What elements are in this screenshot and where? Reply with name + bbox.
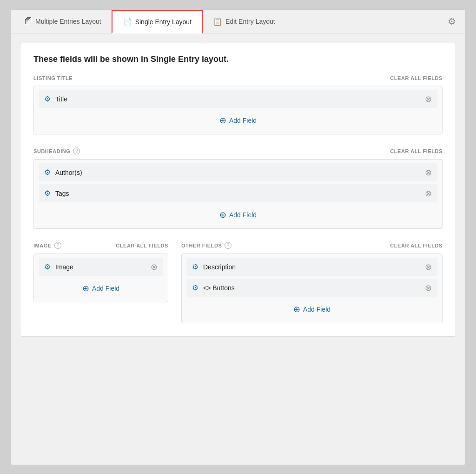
image-help-icon[interactable]: ? <box>54 242 61 249</box>
table-row: ⚙ Description ⊗ <box>186 258 437 276</box>
field-remove-icon[interactable]: ⊗ <box>425 95 432 103</box>
subheading-label: SUBHEADING <box>33 148 70 154</box>
field-name-description: Description <box>203 263 420 271</box>
other-fields-section: OTHER FIELDS ? CLEAR ALL FIELDS ⚙ Descri… <box>181 242 443 323</box>
image-clear-all[interactable]: CLEAR ALL FIELDS <box>116 243 168 248</box>
listing-title-section: LISTING TITLE CLEAR ALL FIELDS ⚙ Title ⊗… <box>33 75 443 134</box>
image-field-box: ⚙ Image ⊗ ⊕ Add Field <box>33 254 168 302</box>
multiple-entries-icon: 🗐 <box>25 17 32 26</box>
table-row: ⚙ Tags ⊗ <box>39 184 437 202</box>
field-name-tags: Tags <box>55 190 420 197</box>
field-remove-icon[interactable]: ⊗ <box>425 168 432 177</box>
subheading-title-row: SUBHEADING ? <box>33 147 80 154</box>
image-label: IMAGE <box>33 243 52 248</box>
field-gear-icon[interactable]: ⚙ <box>192 262 198 271</box>
table-row: ⚙ Author(s) ⊗ <box>39 163 437 181</box>
tab-edit-entry[interactable]: 📋 Edit Entry Layout <box>203 11 285 33</box>
tab-single-entry[interactable]: 📄 Single Entry Layout <box>112 10 203 33</box>
field-name-image: Image <box>55 263 146 271</box>
field-remove-icon[interactable]: ⊗ <box>425 189 432 198</box>
field-name-title: Title <box>55 95 420 103</box>
listing-title-clear-all[interactable]: CLEAR ALL FIELDS <box>390 75 443 81</box>
field-gear-icon[interactable]: ⚙ <box>192 283 198 292</box>
other-fields-clear-all[interactable]: CLEAR ALL FIELDS <box>390 243 443 248</box>
table-row: ⚙ <> Buttons ⊗ <box>186 279 437 297</box>
image-section: IMAGE ? CLEAR ALL FIELDS ⚙ Image ⊗ ⊕ Add… <box>33 242 168 323</box>
add-field-icon: ⊕ <box>219 210 226 220</box>
other-fields-header: OTHER FIELDS ? CLEAR ALL FIELDS <box>181 242 443 249</box>
main-content: These fields will be shown in Single Ent… <box>20 43 456 337</box>
subheading-clear-all[interactable]: CLEAR ALL FIELDS <box>390 148 443 154</box>
add-field-icon: ⊕ <box>82 283 89 294</box>
table-row: ⚙ Image ⊗ <box>39 258 163 276</box>
settings-button[interactable]: ⚙ <box>442 11 462 32</box>
other-fields-field-box: ⚙ Description ⊗ ⚙ <> Buttons ⊗ ⊕ Add Fie… <box>181 254 443 323</box>
other-fields-label: OTHER FIELDS <box>181 243 222 248</box>
subheading-help-icon[interactable]: ? <box>73 147 80 154</box>
other-fields-help-icon[interactable]: ? <box>225 242 231 249</box>
listing-title-add-field-button[interactable]: ⊕ Add Field <box>39 111 437 130</box>
add-field-icon: ⊕ <box>219 115 226 126</box>
listing-title-field-box: ⚙ Title ⊗ ⊕ Add Field <box>33 86 443 134</box>
field-remove-icon[interactable]: ⊗ <box>425 284 432 292</box>
field-remove-icon[interactable]: ⊗ <box>151 263 158 271</box>
field-gear-icon[interactable]: ⚙ <box>44 94 51 103</box>
edit-entry-icon: 📋 <box>213 17 222 26</box>
subheading-section: SUBHEADING ? CLEAR ALL FIELDS ⚙ Author(s… <box>33 147 443 229</box>
table-row: ⚙ Title ⊗ <box>39 90 437 108</box>
field-name-authors: Author(s) <box>55 169 420 176</box>
add-field-icon: ⊕ <box>293 304 300 314</box>
field-gear-icon[interactable]: ⚙ <box>44 262 51 271</box>
gear-icon: ⚙ <box>448 16 456 27</box>
subheading-header: SUBHEADING ? CLEAR ALL FIELDS <box>33 147 443 154</box>
two-col-sections: IMAGE ? CLEAR ALL FIELDS ⚙ Image ⊗ ⊕ Add… <box>33 242 443 323</box>
main-container: 🗐 Multiple Entries Layout 📄 Single Entry… <box>10 9 466 465</box>
field-gear-icon[interactable]: ⚙ <box>44 168 51 177</box>
listing-title-header: LISTING TITLE CLEAR ALL FIELDS <box>33 75 443 81</box>
image-header: IMAGE ? CLEAR ALL FIELDS <box>33 242 168 249</box>
subheading-field-box: ⚙ Author(s) ⊗ ⚙ Tags ⊗ ⊕ Add Field <box>33 159 443 229</box>
field-name-buttons: <> Buttons <box>203 284 420 292</box>
field-gear-icon[interactable]: ⚙ <box>44 189 51 198</box>
other-fields-add-field-button[interactable]: ⊕ Add Field <box>186 300 437 319</box>
other-fields-title-row: OTHER FIELDS ? <box>181 242 231 249</box>
subheading-add-field-button[interactable]: ⊕ Add Field <box>39 205 437 225</box>
tab-multiple-entries[interactable]: 🗐 Multiple Entries Layout <box>14 11 112 32</box>
image-title-row: IMAGE ? <box>33 242 61 249</box>
page-description: These fields will be shown in Single Ent… <box>33 54 443 64</box>
listing-title-label: LISTING TITLE <box>33 75 73 81</box>
image-add-field-button[interactable]: ⊕ Add Field <box>39 279 163 298</box>
field-remove-icon[interactable]: ⊗ <box>425 263 432 271</box>
single-entry-icon: 📄 <box>123 17 132 26</box>
listing-title-title-row: LISTING TITLE <box>33 75 73 81</box>
tab-bar: 🗐 Multiple Entries Layout 📄 Single Entry… <box>11 10 465 33</box>
